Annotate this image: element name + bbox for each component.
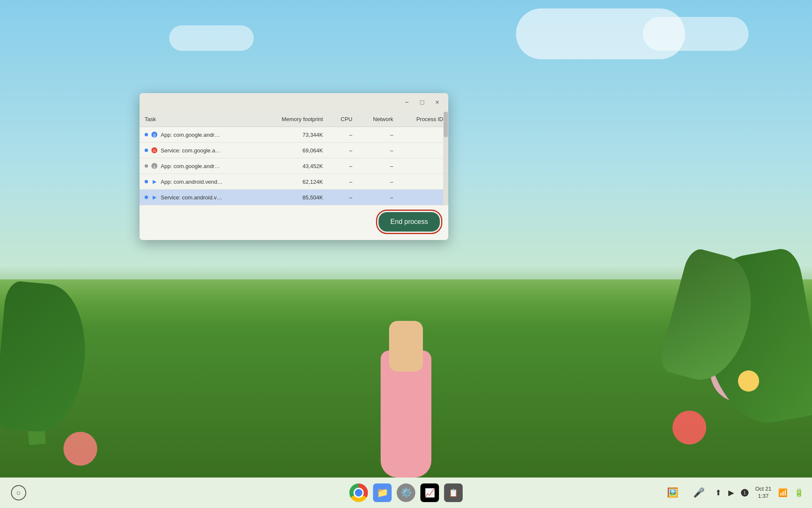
taskbar-left: ○ <box>8 483 29 503</box>
process-id <box>398 158 448 174</box>
process-memory: 62,124K <box>259 174 328 190</box>
files-app-icon[interactable]: 📁 <box>372 483 392 503</box>
process-app-icon: g <box>151 131 158 138</box>
cloud-decoration-3 <box>169 25 254 51</box>
process-network: – <box>357 174 398 190</box>
minimize-button[interactable]: − <box>401 97 413 108</box>
table-row[interactable]: ▶ App: com.android.vend… 62,124K – – <box>140 174 448 190</box>
process-dot <box>145 133 148 136</box>
taskbar: ○ 📁 ⚙️ 📈 📋 <box>0 478 812 508</box>
process-dot <box>145 180 148 183</box>
taskbar-right: 🖼️ 🎤 ⬆ ▶ 1 Oct 21 1:37 📶 🔋 <box>663 483 804 503</box>
settings-app-icon[interactable]: ⚙️ <box>396 483 416 503</box>
process-dot <box>145 164 148 168</box>
svg-text:g: g <box>153 164 155 168</box>
wifi-icon: 📶 <box>778 488 787 497</box>
upload-icon[interactable]: ⬆ <box>715 488 721 497</box>
process-cpu: – <box>328 158 357 174</box>
process-table: Task Memory footprint CPU Network Proces… <box>140 112 448 205</box>
scrollbar-track[interactable] <box>443 112 448 205</box>
process-id <box>398 190 448 205</box>
table-scroll-area[interactable]: Task Memory footprint CPU Network Proces… <box>140 112 448 205</box>
flower-decoration-right <box>672 411 706 444</box>
process-name: Service: com.google.a… <box>161 147 221 154</box>
date-text: Oct 21 <box>755 486 771 493</box>
col-process-id[interactable]: Process ID <box>398 112 448 127</box>
photos-icon[interactable]: 🖼️ <box>663 483 683 503</box>
process-app-icon: ▶ <box>151 193 158 201</box>
table-row[interactable]: g App: com.google.andr… 43,452K – – <box>140 158 448 174</box>
table-header-row: Task Memory footprint CPU Network Proces… <box>140 112 448 127</box>
process-network: – <box>357 158 398 174</box>
process-dot <box>145 149 148 152</box>
process-name: App: com.google.andr… <box>161 163 220 169</box>
process-name: Service: com.android.v… <box>161 194 222 201</box>
process-app-icon: G <box>151 146 158 154</box>
finance-app-icon[interactable]: 📈 <box>420 483 440 503</box>
battery-icon: 🔋 <box>794 488 804 497</box>
launcher-icon: ○ <box>11 485 26 500</box>
process-dot <box>145 196 148 199</box>
settings-icon-visual: ⚙️ <box>397 483 415 502</box>
taskbar-center-apps: 📁 ⚙️ 📈 📋 <box>348 483 464 503</box>
process-memory: 69,064K <box>259 143 328 158</box>
close-button[interactable]: × <box>431 97 443 108</box>
stack-app-icon[interactable]: 📋 <box>443 483 464 503</box>
cloud-decoration-2 <box>643 17 749 51</box>
person-decoration <box>364 287 448 478</box>
process-network: – <box>357 190 398 205</box>
process-app-icon: g <box>151 162 158 170</box>
process-cpu: – <box>328 143 357 158</box>
process-cpu: – <box>328 174 357 190</box>
desktop: − □ × Task Memory footprint CPU Netwo <box>0 0 812 508</box>
col-memory[interactable]: Memory footprint <box>259 112 328 127</box>
notification-badge[interactable]: 1 <box>741 489 749 497</box>
task-manager-window: − □ × Task Memory footprint CPU Netwo <box>140 93 448 240</box>
end-process-button[interactable]: End process <box>379 212 440 232</box>
process-app-icon: ▶ <box>151 178 158 185</box>
process-cpu: – <box>328 127 357 143</box>
chrome-icon-visual <box>349 483 368 502</box>
table-row[interactable]: G Service: com.google.a… 69,064K – – <box>140 143 448 158</box>
svg-text:G: G <box>153 149 156 153</box>
process-id <box>398 143 448 158</box>
process-cpu: – <box>328 190 357 205</box>
process-id <box>398 127 448 143</box>
flower-decoration <box>63 432 97 466</box>
col-task[interactable]: Task <box>140 112 259 127</box>
scrollbar-thumb[interactable] <box>444 112 448 137</box>
stack-icon-visual: 📋 <box>444 483 463 502</box>
process-id <box>398 174 448 190</box>
process-memory: 85,504K <box>259 190 328 205</box>
files-icon-visual: 📁 <box>373 483 392 502</box>
col-network[interactable]: Network <box>357 112 398 127</box>
chrome-app-icon[interactable] <box>348 483 369 503</box>
process-memory: 43,452K <box>259 158 328 174</box>
finance-icon-visual: 📈 <box>420 483 439 502</box>
flower-center <box>738 370 759 392</box>
mic-icon[interactable]: 🎤 <box>690 483 708 502</box>
process-network: – <box>357 127 398 143</box>
process-network: – <box>357 143 398 158</box>
maximize-button[interactable]: □ <box>416 97 428 108</box>
table-row[interactable]: g App: com.google.andr… 73,344K – – <box>140 127 448 143</box>
time-text: 1:37 <box>758 493 768 500</box>
process-name: App: com.android.vend… <box>161 179 223 185</box>
col-cpu[interactable]: CPU <box>328 112 357 127</box>
datetime-display[interactable]: Oct 21 1:37 <box>755 486 771 500</box>
process-memory: 73,344K <box>259 127 328 143</box>
button-area: End process <box>140 205 448 240</box>
play-icon[interactable]: ▶ <box>728 488 734 497</box>
launcher-button[interactable]: ○ <box>8 483 29 503</box>
window-content: Task Memory footprint CPU Network Proces… <box>140 112 448 205</box>
process-name: App: com.google.andr… <box>161 132 220 138</box>
window-titlebar: − □ × <box>140 93 448 112</box>
svg-text:g: g <box>153 133 156 137</box>
table-row[interactable]: ▶ Service: com.android.v… 85,504K – – <box>140 190 448 205</box>
